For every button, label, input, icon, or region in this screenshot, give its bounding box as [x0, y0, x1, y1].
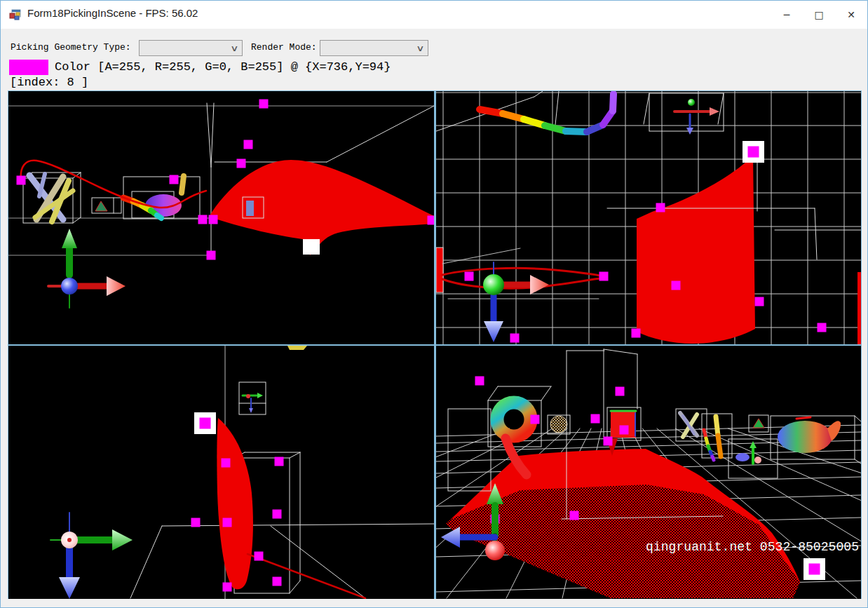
maximize-button[interactable]: □ — [803, 1, 835, 29]
picked-index-text: [index: 8 ] — [10, 76, 88, 89]
red-surface — [637, 156, 755, 344]
pick-handle[interactable] — [223, 518, 232, 527]
scene-circle — [754, 457, 761, 464]
axis-x-arrowhead — [112, 529, 133, 550]
title-bar: Form18PickingInScene - FPS: 56.02 ─ □ ✕ — [1, 1, 867, 29]
pick-handle[interactable] — [273, 510, 282, 519]
pick-handle[interactable] — [510, 334, 520, 343]
wire-line — [855, 416, 861, 421]
pick-handle[interactable] — [531, 415, 540, 424]
render-mode-combobox[interactable]: ∨ — [320, 40, 428, 56]
pick-handle[interactable] — [170, 175, 179, 184]
rainbow-tube — [480, 109, 503, 114]
scene-polygon — [710, 107, 719, 116]
pick-handle[interactable] — [591, 414, 600, 424]
pick-handle[interactable] — [604, 437, 613, 446]
scene-circle — [688, 99, 695, 106]
app-icon — [9, 8, 22, 21]
viewport-side-view[interactable] — [8, 346, 434, 599]
pick-handle[interactable] — [465, 272, 474, 281]
wire-line — [130, 526, 162, 598]
minimize-button[interactable]: ─ — [771, 1, 803, 29]
scene-polygon — [257, 393, 263, 398]
pick-handle[interactable] — [428, 216, 435, 225]
viewport-grid: qingruanit.net 0532-85025005 — [8, 90, 862, 600]
chevron-down-icon: ∨ — [416, 44, 424, 53]
scene-circle — [67, 538, 72, 542]
pick-handle[interactable] — [818, 323, 827, 332]
pick-handle[interactable] — [616, 387, 625, 396]
pick-handle[interactable] — [632, 329, 641, 338]
selected-handle[interactable] — [748, 147, 759, 158]
small-object — [735, 453, 750, 461]
pick-handle[interactable] — [209, 215, 218, 224]
wire-line — [855, 459, 861, 464]
scene-polygon — [249, 408, 253, 413]
picking-geometry-type-combobox[interactable]: ∨ — [139, 40, 243, 56]
pick-handle[interactable] — [755, 297, 764, 306]
rainbow-tube — [157, 215, 161, 218]
scene-stroke — [716, 417, 718, 435]
wire-line — [211, 103, 214, 167]
rainbow-tube — [613, 94, 613, 111]
red-bar — [857, 272, 861, 344]
app-window: Form18PickingInScene - FPS: 56.02 ─ □ ✕ … — [0, 0, 868, 608]
picked-color-text: Color [A=255, R=255, G=0, B=255] @ {X=73… — [55, 60, 391, 74]
viewport-perspective-view[interactable]: qingruanit.net 0532-85025005 — [436, 346, 861, 599]
pick-handle[interactable] — [191, 518, 201, 527]
wire-line — [718, 93, 724, 124]
pick-handle[interactable] — [475, 377, 484, 386]
wire-line — [442, 248, 520, 264]
pick-handle[interactable] — [599, 272, 609, 281]
wire-line — [162, 524, 434, 526]
red-bar — [436, 248, 443, 292]
scene-stroke — [718, 435, 721, 457]
pick-handle[interactable] — [17, 176, 26, 185]
tiny-triangle — [95, 201, 107, 211]
picked-color-swatch — [9, 60, 48, 75]
wire-line — [488, 386, 498, 400]
viewport-front-view[interactable] — [8, 91, 434, 344]
selected-handle[interactable] — [809, 564, 820, 575]
close-button[interactable]: ✕ — [835, 1, 867, 29]
pick-handle[interactable] — [620, 426, 629, 435]
scene-stroke — [182, 176, 184, 193]
pick-handle[interactable] — [244, 140, 253, 149]
axis-z-arrowhead — [484, 321, 503, 342]
selected-handle[interactable] — [200, 418, 211, 429]
pick-handle[interactable] — [570, 511, 579, 520]
wire-line — [815, 208, 817, 259]
pick-handle[interactable] — [273, 577, 282, 586]
wire-line — [541, 386, 551, 400]
pick-handle[interactable] — [223, 583, 232, 592]
gizmo-sphere — [61, 278, 78, 295]
pick-handle[interactable] — [255, 552, 264, 561]
pick-handle[interactable] — [275, 457, 284, 466]
pick-handle[interactable] — [198, 215, 208, 224]
axis-z-arrowhead — [59, 577, 80, 599]
wire-line — [290, 581, 300, 593]
scene-polygon — [750, 441, 757, 448]
axis-y-arrowhead — [62, 229, 77, 248]
red-blade — [217, 418, 253, 589]
small-object — [246, 201, 254, 216]
white-notch — [303, 239, 320, 255]
wire-line — [271, 526, 365, 598]
red-spline — [247, 554, 365, 598]
pick-handle[interactable] — [656, 203, 665, 212]
picking-geometry-type-label: Picking Geometry Type: — [11, 42, 131, 53]
gizmo-sphere — [485, 541, 505, 560]
pick-handle[interactable] — [672, 281, 681, 290]
pick-handle[interactable] — [207, 251, 216, 260]
wire-line — [534, 91, 543, 97]
axis-x-arrowhead — [530, 275, 549, 295]
scene-circle — [246, 394, 250, 398]
pick-handle[interactable] — [259, 100, 269, 109]
viewport-top-view[interactable] — [436, 91, 861, 344]
pick-handle[interactable] — [222, 459, 231, 468]
tiny-triangle — [753, 419, 764, 428]
pick-handle[interactable] — [237, 159, 246, 168]
window-bottom-strip — [1, 599, 867, 607]
wire-line — [604, 349, 637, 354]
wire-line — [290, 452, 300, 458]
